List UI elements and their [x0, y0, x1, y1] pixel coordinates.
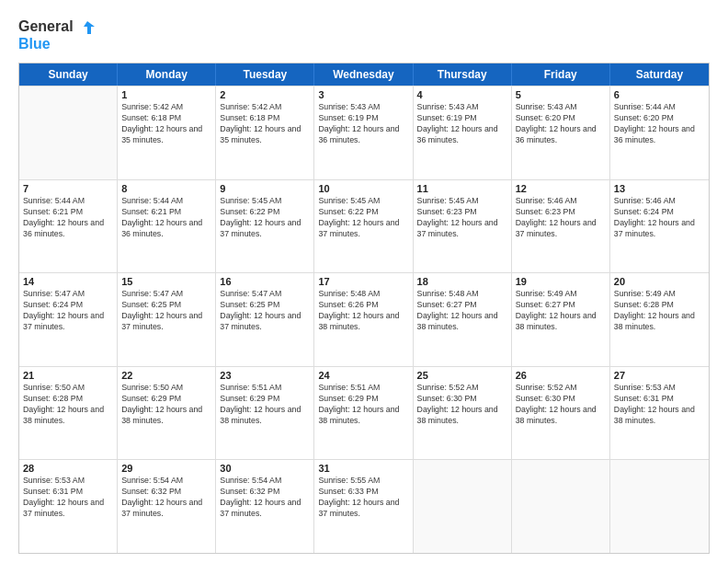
day-number: 28 [23, 463, 113, 474]
calendar-row: 7 Sunrise: 5:44 AMSunset: 6:21 PMDayligh… [19, 179, 709, 273]
day-number: 10 [318, 183, 408, 194]
day-number: 27 [614, 370, 705, 381]
cell-info: Sunrise: 5:46 AMSunset: 6:23 PMDaylight:… [516, 196, 606, 240]
calendar-header: SundayMondayTuesdayWednesdayThursdayFrid… [19, 63, 709, 86]
cell-info: Sunrise: 5:45 AMSunset: 6:22 PMDaylight:… [220, 196, 310, 240]
day-number: 24 [318, 370, 408, 381]
calendar-cell: 29 Sunrise: 5:54 AMSunset: 6:32 PMDaylig… [118, 460, 216, 553]
calendar: SundayMondayTuesdayWednesdayThursdayFrid… [18, 63, 710, 554]
calendar-cell: 15 Sunrise: 5:47 AMSunset: 6:25 PMDaylig… [118, 273, 216, 366]
cell-info: Sunrise: 5:54 AMSunset: 6:32 PMDaylight:… [220, 476, 310, 520]
day-number: 26 [516, 370, 606, 381]
logo-general: General [18, 18, 74, 34]
cell-info: Sunrise: 5:52 AMSunset: 6:30 PMDaylight:… [417, 383, 507, 427]
cell-info: Sunrise: 5:44 AMSunset: 6:20 PMDaylight:… [614, 102, 705, 146]
cell-info: Sunrise: 5:44 AMSunset: 6:21 PMDaylight:… [23, 196, 113, 240]
cell-info: Sunrise: 5:47 AMSunset: 6:25 PMDaylight:… [121, 289, 211, 333]
calendar-cell: 20 Sunrise: 5:49 AMSunset: 6:28 PMDaylig… [610, 273, 709, 366]
day-number: 1 [121, 89, 211, 100]
calendar-cell: 16 Sunrise: 5:47 AMSunset: 6:25 PMDaylig… [216, 273, 314, 366]
calendar-cell: 25 Sunrise: 5:52 AMSunset: 6:30 PMDaylig… [414, 367, 512, 460]
cell-info: Sunrise: 5:43 AMSunset: 6:20 PMDaylight:… [516, 102, 606, 146]
day-number: 30 [220, 463, 310, 474]
day-number: 4 [417, 89, 507, 100]
day-number: 16 [220, 276, 310, 287]
calendar-cell: 8 Sunrise: 5:44 AMSunset: 6:21 PMDayligh… [118, 180, 216, 273]
calendar-cell [19, 86, 118, 179]
calendar-cell: 13 Sunrise: 5:46 AMSunset: 6:24 PMDaylig… [610, 180, 709, 273]
day-number: 29 [121, 463, 211, 474]
cell-info: Sunrise: 5:47 AMSunset: 6:24 PMDaylight:… [23, 289, 113, 333]
logo-text: General Blue [18, 18, 95, 52]
cell-info: Sunrise: 5:48 AMSunset: 6:27 PMDaylight:… [417, 289, 507, 333]
cell-info: Sunrise: 5:49 AMSunset: 6:27 PMDaylight:… [516, 289, 606, 333]
calendar-cell: 10 Sunrise: 5:45 AMSunset: 6:22 PMDaylig… [314, 180, 413, 273]
cell-info: Sunrise: 5:55 AMSunset: 6:33 PMDaylight:… [318, 476, 408, 520]
weekday-header: Friday [512, 63, 610, 86]
weekday-header: Monday [118, 63, 216, 86]
cell-info: Sunrise: 5:49 AMSunset: 6:28 PMDaylight:… [614, 289, 705, 333]
calendar-cell [512, 460, 610, 553]
calendar-cell: 9 Sunrise: 5:45 AMSunset: 6:22 PMDayligh… [216, 180, 314, 273]
logo: General Blue [18, 18, 95, 52]
calendar-row: 1 Sunrise: 5:42 AMSunset: 6:18 PMDayligh… [19, 86, 709, 179]
calendar-cell: 21 Sunrise: 5:50 AMSunset: 6:28 PMDaylig… [19, 367, 118, 460]
day-number: 23 [220, 370, 310, 381]
day-number: 31 [318, 463, 408, 474]
day-number: 17 [318, 276, 408, 287]
calendar-cell: 19 Sunrise: 5:49 AMSunset: 6:27 PMDaylig… [512, 273, 610, 366]
calendar-cell: 4 Sunrise: 5:43 AMSunset: 6:19 PMDayligh… [414, 86, 512, 179]
calendar-cell: 23 Sunrise: 5:51 AMSunset: 6:29 PMDaylig… [216, 367, 314, 460]
calendar-cell: 6 Sunrise: 5:44 AMSunset: 6:20 PMDayligh… [610, 86, 709, 179]
cell-info: Sunrise: 5:50 AMSunset: 6:28 PMDaylight:… [23, 383, 113, 427]
calendar-cell: 12 Sunrise: 5:46 AMSunset: 6:23 PMDaylig… [512, 180, 610, 273]
cell-info: Sunrise: 5:45 AMSunset: 6:22 PMDaylight:… [318, 196, 408, 240]
cell-info: Sunrise: 5:42 AMSunset: 6:18 PMDaylight:… [121, 102, 211, 146]
calendar-cell: 1 Sunrise: 5:42 AMSunset: 6:18 PMDayligh… [118, 86, 216, 179]
calendar-cell [414, 460, 512, 553]
day-number: 2 [220, 89, 310, 100]
calendar-cell: 27 Sunrise: 5:53 AMSunset: 6:31 PMDaylig… [610, 367, 709, 460]
calendar-cell: 14 Sunrise: 5:47 AMSunset: 6:24 PMDaylig… [19, 273, 118, 366]
cell-info: Sunrise: 5:46 AMSunset: 6:24 PMDaylight:… [614, 196, 705, 240]
calendar-cell: 31 Sunrise: 5:55 AMSunset: 6:33 PMDaylig… [314, 460, 413, 553]
weekday-header: Thursday [414, 63, 512, 86]
calendar-cell [610, 460, 709, 553]
calendar-cell: 7 Sunrise: 5:44 AMSunset: 6:21 PMDayligh… [19, 180, 118, 273]
cell-info: Sunrise: 5:42 AMSunset: 6:18 PMDaylight:… [220, 102, 310, 146]
cell-info: Sunrise: 5:43 AMSunset: 6:19 PMDaylight:… [417, 102, 507, 146]
cell-info: Sunrise: 5:53 AMSunset: 6:31 PMDaylight:… [614, 383, 705, 427]
calendar-cell: 11 Sunrise: 5:45 AMSunset: 6:23 PMDaylig… [414, 180, 512, 273]
day-number: 21 [23, 370, 113, 381]
weekday-header: Tuesday [216, 63, 314, 86]
svg-marker-0 [84, 21, 95, 34]
logo-bird-icon [78, 19, 95, 36]
weekday-header: Saturday [610, 63, 709, 86]
cell-info: Sunrise: 5:51 AMSunset: 6:29 PMDaylight:… [220, 383, 310, 427]
cell-info: Sunrise: 5:44 AMSunset: 6:21 PMDaylight:… [121, 196, 211, 240]
calendar-cell: 28 Sunrise: 5:53 AMSunset: 6:31 PMDaylig… [19, 460, 118, 553]
day-number: 3 [318, 89, 408, 100]
cell-info: Sunrise: 5:51 AMSunset: 6:29 PMDaylight:… [318, 383, 408, 427]
calendar-cell: 26 Sunrise: 5:52 AMSunset: 6:30 PMDaylig… [512, 367, 610, 460]
day-number: 5 [516, 89, 606, 100]
cell-info: Sunrise: 5:52 AMSunset: 6:30 PMDaylight:… [516, 383, 606, 427]
calendar-cell: 24 Sunrise: 5:51 AMSunset: 6:29 PMDaylig… [314, 367, 413, 460]
calendar-row: 28 Sunrise: 5:53 AMSunset: 6:31 PMDaylig… [19, 459, 709, 553]
day-number: 18 [417, 276, 507, 287]
day-number: 8 [121, 183, 211, 194]
day-number: 14 [23, 276, 113, 287]
weekday-header: Sunday [19, 63, 118, 86]
calendar-row: 21 Sunrise: 5:50 AMSunset: 6:28 PMDaylig… [19, 366, 709, 460]
cell-info: Sunrise: 5:50 AMSunset: 6:29 PMDaylight:… [121, 383, 211, 427]
cell-info: Sunrise: 5:48 AMSunset: 6:26 PMDaylight:… [318, 289, 408, 333]
cell-info: Sunrise: 5:53 AMSunset: 6:31 PMDaylight:… [23, 476, 113, 520]
calendar-cell: 18 Sunrise: 5:48 AMSunset: 6:27 PMDaylig… [414, 273, 512, 366]
weekday-header: Wednesday [314, 63, 413, 86]
day-number: 20 [614, 276, 705, 287]
day-number: 15 [121, 276, 211, 287]
cell-info: Sunrise: 5:54 AMSunset: 6:32 PMDaylight:… [121, 476, 211, 520]
calendar-body: 1 Sunrise: 5:42 AMSunset: 6:18 PMDayligh… [19, 86, 709, 553]
day-number: 11 [417, 183, 507, 194]
calendar-cell: 30 Sunrise: 5:54 AMSunset: 6:32 PMDaylig… [216, 460, 314, 553]
